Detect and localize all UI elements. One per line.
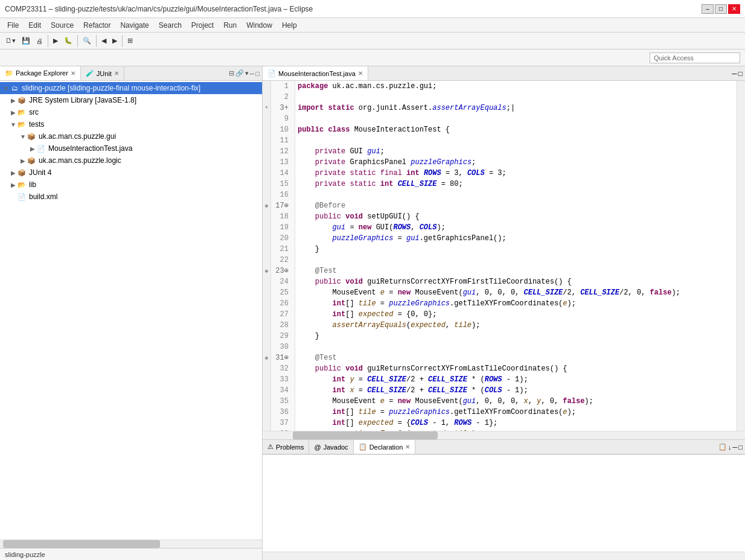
linenum-17: 17⊕ (271, 200, 291, 211)
link-editor-icon[interactable]: 🔗 (235, 69, 244, 77)
editor-tab-icon: 📄 (267, 69, 276, 77)
tab-declaration[interactable]: 📋 Declaration ✕ (354, 440, 416, 454)
tree-item-root[interactable]: ▼ 🗂 sliding-puzzle [sliding-puzzle-final… (0, 82, 262, 94)
gutter: + ⊕ ⊕ (263, 81, 271, 431)
menu-source[interactable]: Source (46, 20, 78, 31)
linenum-14: 14 (271, 168, 291, 179)
junit-close[interactable]: ✕ (114, 70, 119, 77)
code-line-31: @Test (298, 352, 737, 363)
menu-file[interactable]: File (2, 20, 24, 31)
collapse-all-icon[interactable]: ⊟ (229, 69, 234, 77)
editor-vscroll[interactable] (737, 81, 745, 431)
bottom-icon-1[interactable]: 📋 (718, 443, 727, 451)
code-line-12: private GUI gui; (298, 146, 737, 157)
code-line-30 (298, 342, 737, 352)
editor-maximize-icon[interactable]: □ (738, 69, 743, 78)
quick-access-input[interactable]: Quick Access (650, 52, 740, 63)
linenum-31: 31⊕ (271, 352, 291, 363)
linenum-24: 24 (271, 276, 291, 287)
main-layout: 📁 Package Explorer ✕ 🧪 JUnit ✕ ⊟ 🔗 ▾ ─ □… (0, 66, 745, 560)
tree-item-logic-pkg[interactable]: ▶ 📦 uk.ac.man.cs.puzzle.logic (0, 154, 262, 167)
code-line-29: } (298, 331, 737, 342)
tab-package-explorer[interactable]: 📁 Package Explorer ✕ (0, 66, 81, 80)
icon-tests: 📂 (17, 119, 27, 129)
tree-item-junit4[interactable]: ▶ 📦 JUnit 4 (0, 167, 262, 179)
tree-item-build-xml[interactable]: 📄 build.xml (0, 191, 262, 203)
declaration-close[interactable]: ✕ (405, 444, 410, 450)
tree-item-mouse-test[interactable]: ▶ 📄 MouseInteractionTest.java (0, 142, 262, 154)
linenum-1: 1 (271, 81, 291, 92)
menu-refactor[interactable]: Refactor (78, 20, 115, 31)
package-explorer-icon: 📁 (5, 69, 13, 77)
problems-label: Problems (276, 444, 304, 451)
editor-tab-mouse-test[interactable]: 📄 MouseInteractionTest.java ✕ (263, 66, 368, 80)
javadoc-label: Javadoc (324, 444, 348, 451)
linenum-10: 10 (271, 124, 291, 135)
toolbar-perspective[interactable]: ⊞ (124, 35, 136, 46)
arrow-tests: ▼ (10, 121, 17, 128)
close-button[interactable]: ✕ (728, 4, 740, 14)
quickaccess-bar: Quick Access (0, 49, 745, 66)
editor-tab-close[interactable]: ✕ (358, 70, 363, 77)
tree-item-gui-pkg[interactable]: ▼ 📦 uk.ac.man.cs.puzzle.gui (0, 130, 262, 142)
editor-minimize-icon[interactable]: ─ (732, 69, 737, 78)
menu-window[interactable]: Window (241, 20, 277, 31)
label-src: src (29, 108, 39, 116)
titlebar-title: COMP23311 – sliding-puzzle/tests/uk/ac/m… (5, 5, 313, 13)
menu-project[interactable]: Project (187, 20, 219, 31)
linenum-23: 23⊕ (271, 266, 291, 276)
bottom-icon-2[interactable]: ↓ (728, 444, 732, 451)
minimize-button[interactable]: – (702, 4, 714, 14)
javadoc-icon: @ (314, 444, 321, 451)
linenum-11: 11 (271, 135, 291, 146)
bottom-minimize-icon[interactable]: ─ (733, 444, 738, 451)
code-line-17: @Before (298, 200, 737, 211)
code-content[interactable]: package uk.ac.man.cs.puzzle.gui; import … (295, 81, 737, 431)
toolbar-next[interactable]: ▶ (109, 35, 120, 46)
code-line-33: int y = CELL_SIZE/2 + CELL_SIZE * (ROWS … (298, 374, 737, 385)
left-horiz-scroll[interactable] (0, 539, 262, 548)
bottom-content (263, 454, 745, 552)
code-editor[interactable]: + ⊕ ⊕ (263, 81, 745, 431)
editor-tabs: 📄 MouseInteractionTest.java ✕ ─ □ (263, 66, 745, 81)
toolbar-prev[interactable]: ◀ (98, 35, 109, 46)
tree-item-src[interactable]: ▶ 📂 src (0, 106, 262, 118)
code-line-21: } (298, 244, 737, 255)
arrow-mouse-test: ▶ (29, 145, 36, 152)
menu-search[interactable]: Search (154, 20, 187, 31)
menu-help[interactable]: Help (277, 20, 302, 31)
toolbar-run[interactable]: ▶ (50, 35, 61, 46)
tree-item-jre[interactable]: ▶ 📦 JRE System Library [JavaSE-1.8] (0, 94, 262, 106)
toolbar-search[interactable]: 🔍 (80, 35, 94, 46)
tree-item-lib[interactable]: ▶ 📂 lib (0, 179, 262, 191)
arrow-src: ▶ (10, 109, 17, 116)
menu-run[interactable]: Run (219, 20, 241, 31)
code-line-37: int[] expected = {COLS - 1, ROWS - 1}; (298, 418, 737, 428)
toolbar-save[interactable]: 💾 (19, 35, 33, 46)
label-logic-pkg: uk.ac.man.cs.puzzle.logic (39, 156, 121, 165)
arrow-root: ▼ (2, 85, 10, 92)
arrow-logic-pkg: ▶ (19, 158, 27, 164)
bottom-hscroll[interactable] (263, 552, 745, 560)
package-explorer-close[interactable]: ✕ (71, 70, 75, 77)
problems-icon: ⚠ (267, 443, 273, 451)
toolbar-debug[interactable]: 🐛 (61, 35, 75, 46)
linenum-37: 37 (271, 418, 291, 428)
code-line-9 (298, 113, 737, 124)
minimize-panel-icon[interactable]: ─ (250, 70, 255, 77)
label-gui-pkg: uk.ac.man.cs.puzzle.gui (39, 132, 116, 141)
toolbar-new[interactable]: 🗋▾ (2, 35, 19, 46)
tree-item-tests[interactable]: ▼ 📂 tests (0, 118, 262, 130)
tab-junit[interactable]: 🧪 JUnit ✕ (81, 66, 124, 80)
menu-navigate[interactable]: Navigate (115, 20, 153, 31)
linenum-30: 30 (271, 342, 291, 352)
maximize-button[interactable]: □ (715, 4, 727, 14)
bottom-maximize-icon[interactable]: □ (738, 444, 743, 451)
editor-hscroll[interactable] (263, 431, 745, 439)
view-menu-icon[interactable]: ▾ (245, 69, 249, 77)
maximize-panel-icon[interactable]: □ (255, 70, 260, 77)
menu-edit[interactable]: Edit (24, 20, 46, 31)
tab-problems[interactable]: ⚠ Problems (263, 440, 309, 454)
toolbar-print[interactable]: 🖨 (33, 36, 46, 46)
tab-javadoc[interactable]: @ Javadoc (309, 440, 353, 454)
